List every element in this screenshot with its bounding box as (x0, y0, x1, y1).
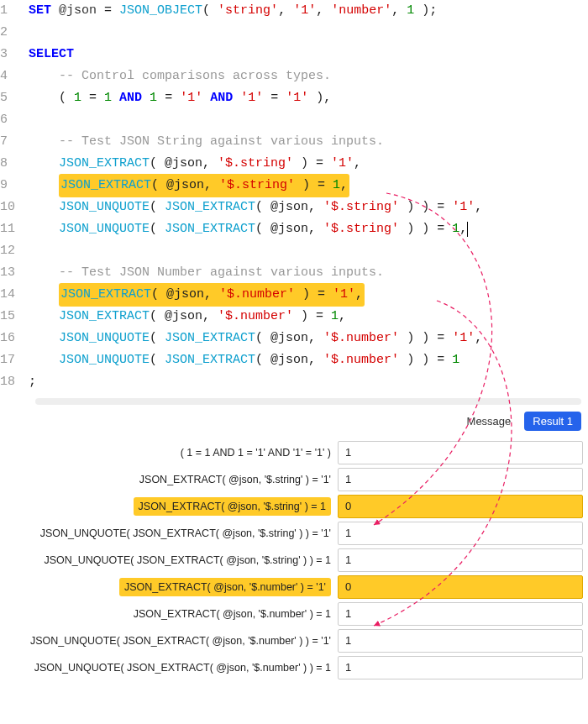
result-value[interactable]: 0 (338, 575, 583, 599)
result-row: ( 1 = 1 AND 1 = '1' AND '1' = '1' )1 (5, 441, 583, 464)
result-row: JSON_UNQUOTE( JSON_EXTRACT( @json, '$.st… (5, 522, 583, 545)
result-label: JSON_UNQUOTE( JSON_EXTRACT( @json, '$.nu… (5, 662, 331, 674)
line-number: 17 (0, 349, 20, 371)
result-value[interactable]: 1 (338, 602, 583, 626)
result-label: JSON_EXTRACT( @json, '$.string' ) = '1' (5, 474, 331, 485)
result-label: JSON_UNQUOTE( JSON_EXTRACT( @json, '$.nu… (5, 635, 331, 647)
line-number: 4 (0, 66, 20, 87)
tab-message[interactable]: Message (459, 412, 520, 431)
code-line[interactable]: -- Test JSON String against various inpu… (29, 131, 588, 153)
line-number: 15 (0, 306, 20, 328)
code-line[interactable] (29, 240, 588, 262)
line-number: 5 (0, 87, 20, 109)
code-line[interactable]: ( 1 = 1 AND 1 = '1' AND '1' = '1' ), (29, 87, 588, 109)
text-cursor (467, 222, 468, 237)
result-label: JSON_EXTRACT( @json, '$.string' ) = 1 (134, 497, 331, 516)
result-value[interactable]: 1 (338, 656, 583, 679)
result-row: JSON_UNQUOTE( JSON_EXTRACT( @json, '$.st… (5, 548, 583, 572)
horizontal-scrollbar[interactable] (29, 398, 588, 407)
highlighted-expression: JSON_EXTRACT( @json, '$.string' ) = 1, (59, 174, 349, 197)
line-number-gutter: 123456789101112131415161718 (0, 0, 29, 393)
line-number: 13 (0, 262, 20, 284)
result-row: JSON_UNQUOTE( JSON_EXTRACT( @json, '$.nu… (5, 629, 583, 653)
line-number: 11 (0, 218, 20, 240)
result-label: JSON_EXTRACT( @json, '$.number' ) = '1' (119, 578, 331, 596)
line-number: 2 (0, 22, 20, 44)
code-line[interactable]: JSON_EXTRACT( @json, '$.string' ) = '1', (29, 153, 588, 175)
line-number: 1 (0, 0, 20, 22)
result-row: JSON_EXTRACT( @json, '$.string' ) = 10 (5, 495, 583, 518)
result-value[interactable]: 1 (338, 441, 583, 464)
code-line[interactable]: JSON_EXTRACT( @json, '$.number' ) = '1', (29, 284, 588, 306)
result-row: JSON_EXTRACT( @json, '$.string' ) = '1'1 (5, 468, 583, 491)
tab-result-1[interactable]: Result 1 (524, 412, 581, 431)
code-editor[interactable]: 123456789101112131415161718 SET @json = … (0, 0, 588, 398)
line-number: 10 (0, 197, 20, 218)
line-number: 14 (0, 284, 20, 306)
code-line[interactable]: JSON_UNQUOTE( JSON_EXTRACT( @json, '$.st… (29, 197, 588, 218)
code-line[interactable]: SELECT (29, 44, 588, 66)
result-label: ( 1 = 1 AND 1 = '1' AND '1' = '1' ) (5, 447, 331, 459)
code-line[interactable]: JSON_UNQUOTE( JSON_EXTRACT( @json, '$.st… (29, 218, 588, 240)
result-label: JSON_EXTRACT( @json, '$.number' ) = 1 (5, 608, 331, 620)
code-line[interactable]: JSON_UNQUOTE( JSON_EXTRACT( @json, '$.nu… (29, 328, 588, 349)
highlighted-expression: JSON_EXTRACT( @json, '$.number' ) = '1', (59, 283, 365, 307)
code-line[interactable]: SET @json = JSON_OBJECT( 'string', '1', … (29, 0, 588, 22)
line-number: 18 (0, 371, 20, 393)
result-label: JSON_UNQUOTE( JSON_EXTRACT( @json, '$.st… (5, 527, 331, 539)
code-line[interactable]: -- Control comparisons across types. (29, 66, 588, 87)
result-row: JSON_UNQUOTE( JSON_EXTRACT( @json, '$.nu… (5, 656, 583, 679)
results-panel: ( 1 = 1 AND 1 = '1' AND '1' = '1' )1JSON… (0, 434, 588, 691)
code-line[interactable]: JSON_EXTRACT( @json, '$.string' ) = 1, (29, 175, 588, 197)
result-tabs: Message Result 1 (0, 407, 588, 434)
result-row: JSON_EXTRACT( @json, '$.number' ) = '1'0 (5, 575, 583, 599)
line-number: 6 (0, 109, 20, 131)
code-line[interactable]: -- Test JSON Number against various inpu… (29, 262, 588, 284)
code-line[interactable]: JSON_UNQUOTE( JSON_EXTRACT( @json, '$.nu… (29, 349, 588, 371)
code-line[interactable]: JSON_EXTRACT( @json, '$.number' ) = 1, (29, 306, 588, 328)
code-line[interactable] (29, 22, 588, 44)
result-value[interactable]: 1 (338, 548, 583, 572)
line-number: 7 (0, 131, 20, 153)
result-value[interactable]: 1 (338, 522, 583, 545)
result-value[interactable]: 1 (338, 468, 583, 491)
line-number: 16 (0, 328, 20, 349)
result-row: JSON_EXTRACT( @json, '$.number' ) = 11 (5, 602, 583, 626)
line-number: 9 (0, 175, 20, 197)
result-value[interactable]: 0 (338, 495, 583, 518)
code-line[interactable] (29, 109, 588, 131)
line-number: 12 (0, 240, 20, 262)
line-number: 3 (0, 44, 20, 66)
result-value[interactable]: 1 (338, 629, 583, 653)
line-number: 8 (0, 153, 20, 175)
result-label: JSON_UNQUOTE( JSON_EXTRACT( @json, '$.st… (5, 554, 331, 566)
code-area[interactable]: SET @json = JSON_OBJECT( 'string', '1', … (29, 0, 588, 393)
code-line[interactable]: ; (29, 371, 588, 393)
